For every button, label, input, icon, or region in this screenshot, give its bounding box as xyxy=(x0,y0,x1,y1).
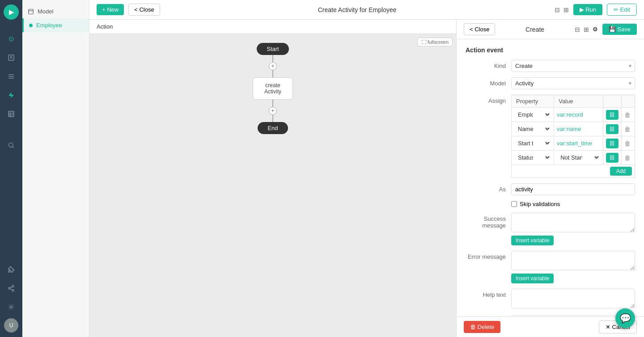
value-cell-3: var:start_time xyxy=(554,136,603,151)
link-button-2[interactable]: ⛓ xyxy=(606,124,619,134)
run-button[interactable]: ▶ Run xyxy=(573,4,602,15)
assign-table: Property Value xyxy=(511,95,635,178)
sidebar-item-employee[interactable]: Employee xyxy=(22,18,89,32)
sidebar-icon-table[interactable] xyxy=(4,106,19,122)
value-cell-4: Not Started ⇅ xyxy=(554,151,603,165)
success-message-label: Success message xyxy=(466,213,506,229)
flow-node-end[interactable]: End xyxy=(258,122,288,134)
help-text-textarea[interactable] xyxy=(511,289,635,308)
right-expand-icon[interactable]: ⊞ xyxy=(584,26,589,33)
insert-variable-btn-1[interactable]: Insert variable xyxy=(511,236,554,245)
skip-validations-checkbox[interactable] xyxy=(511,201,517,207)
top-bar: + New < Close Create Activity for Employ… xyxy=(89,0,644,20)
sidebar-label-employee: Employee xyxy=(36,22,62,29)
value-cell-2: var:name xyxy=(554,122,603,136)
sidebar-icon-settings[interactable] xyxy=(4,299,19,315)
help-text-row: Help text xyxy=(466,289,635,310)
add-button[interactable]: Add xyxy=(610,167,632,176)
flow-diagram: Start + create Activity + xyxy=(253,43,293,134)
delete-row-4[interactable]: 🗑 xyxy=(624,154,631,161)
assign-label: Assign xyxy=(466,95,506,104)
flow-plus-1[interactable]: + xyxy=(269,62,277,70)
edit-button[interactable]: ✏ Edit xyxy=(607,4,637,16)
save-button[interactable]: 💾 Save xyxy=(602,24,637,35)
right-minimize-icon[interactable]: ⊟ xyxy=(575,26,580,33)
link-button-4[interactable]: ⛓ xyxy=(606,153,619,163)
skip-validations-wrap: Skip validations xyxy=(511,201,635,207)
fullscreen-button[interactable]: ⛶ fullscreen xyxy=(417,38,453,46)
as-input[interactable] xyxy=(511,183,635,195)
property-select-2[interactable]: Name xyxy=(514,124,551,134)
second-sidebar: Model Employee xyxy=(22,0,89,337)
svg-line-16 xyxy=(10,289,13,290)
flow-line-3 xyxy=(272,100,273,107)
chat-fab-button[interactable]: 💬 xyxy=(615,308,635,328)
left-sidebar: ▶ ⊙ U xyxy=(0,0,22,337)
as-row: As xyxy=(466,183,635,195)
sidebar-icon-home[interactable]: ⊙ xyxy=(4,31,19,46)
start-label: Start xyxy=(267,46,279,52)
top-icons: ⊟ ⊞ xyxy=(555,6,569,13)
add-row: Add xyxy=(512,165,635,178)
insert-variable-btn-2[interactable]: Insert variable xyxy=(511,274,554,283)
property-select-3[interactable]: Start time xyxy=(514,138,551,148)
property-cell-3: Start time ⇅ xyxy=(512,136,554,151)
action-header-1 xyxy=(603,95,622,108)
connector-1: + xyxy=(269,55,277,77)
property-select-4[interactable]: Status xyxy=(514,152,551,163)
kind-select-wrap: Create ▼ xyxy=(511,60,635,72)
help-text-wrap xyxy=(511,289,635,310)
spinner-icon: ⚙ xyxy=(593,26,598,33)
link-btn-cell-3: ⛓ xyxy=(603,136,622,151)
model-label: Model xyxy=(466,77,506,87)
error-message-textarea[interactable] xyxy=(511,251,635,270)
value-varlink-2[interactable]: var:name xyxy=(557,126,600,132)
close-button-left[interactable]: < Close xyxy=(128,4,160,16)
success-message-textarea[interactable] xyxy=(511,213,635,232)
flow-header-label: Action xyxy=(97,23,113,30)
delete-cell-1: 🗑 xyxy=(622,108,635,122)
connector-2: + xyxy=(269,100,277,122)
sidebar-icon-list[interactable] xyxy=(4,69,19,84)
svg-point-15 xyxy=(12,290,14,291)
table-row: Status ⇅ xyxy=(512,151,635,165)
delete-row-2[interactable]: 🗑 xyxy=(624,126,631,133)
property-cell-1: Employee ⇅ xyxy=(512,108,554,122)
sidebar-label-model: Model xyxy=(38,8,53,15)
sidebar-item-model[interactable]: Model xyxy=(22,4,89,18)
flow-node-start[interactable]: Start xyxy=(257,43,288,55)
delete-row-3[interactable]: 🗑 xyxy=(624,140,631,147)
value-varlink-1[interactable]: var:record xyxy=(557,111,600,118)
main-area: + New < Close Create Activity for Employ… xyxy=(89,0,644,337)
model-select[interactable]: Activity xyxy=(511,77,635,89)
expand-icon[interactable]: ⊞ xyxy=(564,6,569,13)
flow-header: Action xyxy=(89,20,456,34)
user-avatar[interactable]: U xyxy=(4,318,18,333)
sidebar-icon-search[interactable] xyxy=(4,138,19,153)
property-select-1[interactable]: Employee xyxy=(514,110,551,120)
close-button-right[interactable]: < Close xyxy=(464,23,495,35)
delete-button[interactable]: 🗑 Delete xyxy=(464,321,500,333)
flow-line-2 xyxy=(272,70,273,77)
flow-plus-2[interactable]: + xyxy=(269,107,277,115)
sidebar-icon-share[interactable] xyxy=(4,281,19,296)
app-logo[interactable]: ▶ xyxy=(4,4,19,20)
kind-row: Kind Create ▼ xyxy=(466,60,635,72)
status-value-select[interactable]: Not Started xyxy=(557,152,600,163)
new-button[interactable]: + New xyxy=(97,4,124,15)
link-button-1[interactable]: ⛓ xyxy=(606,110,619,120)
assign-row: Assign Property Value xyxy=(466,95,635,178)
property-cell-4: Status ⇅ xyxy=(512,151,554,165)
delete-cell-3: 🗑 xyxy=(622,136,635,151)
sidebar-icon-lightning[interactable] xyxy=(4,88,19,103)
value-varlink-3[interactable]: var:start_time xyxy=(557,140,600,147)
minimize-icon[interactable]: ⊟ xyxy=(555,6,560,13)
sidebar-icon-puzzle[interactable] xyxy=(4,262,19,277)
sidebar-icon-document[interactable] xyxy=(4,50,19,65)
table-row: Start time ⇅ var:start_time xyxy=(512,136,635,151)
flow-node-action[interactable]: create Activity xyxy=(253,77,293,100)
delete-row-1[interactable]: 🗑 xyxy=(624,111,631,118)
link-button-3[interactable]: ⛓ xyxy=(606,139,619,148)
error-message-row: Error message Insert variable xyxy=(466,251,635,283)
kind-select[interactable]: Create xyxy=(511,60,635,72)
